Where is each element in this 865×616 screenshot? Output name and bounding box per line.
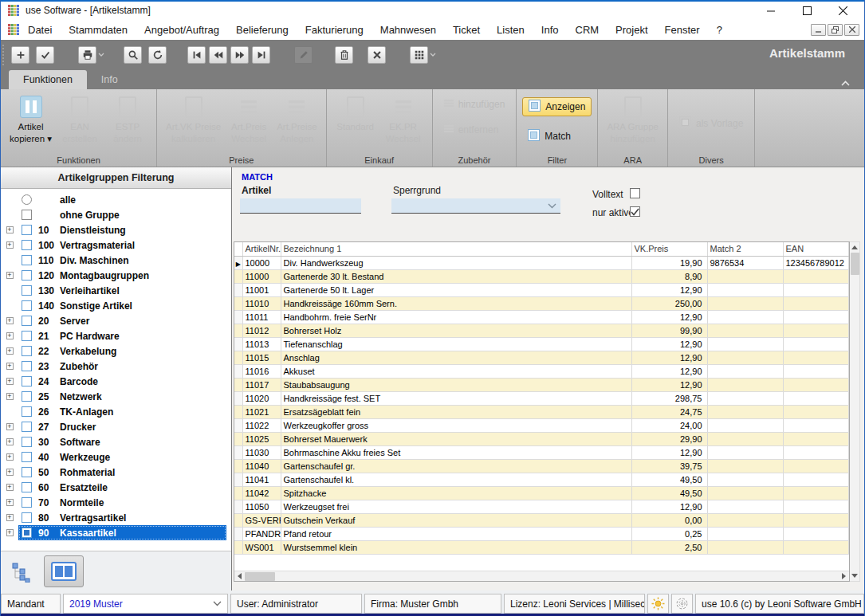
checkbox[interactable] xyxy=(22,331,32,341)
cell-ean[interactable] xyxy=(783,351,849,364)
table-row[interactable]: WS001Wurstsemmel klein2,50 xyxy=(234,540,849,554)
cell-ean[interactable] xyxy=(783,445,849,459)
cell-ean[interactable]: 123456789012 xyxy=(783,256,849,269)
cell-ean[interactable] xyxy=(783,337,849,351)
expand-icon[interactable]: + xyxy=(1,272,18,279)
cell-ean[interactable] xyxy=(783,364,849,378)
cell-ean[interactable] xyxy=(783,432,849,445)
checkbox[interactable] xyxy=(22,285,32,296)
expand-icon[interactable]: + xyxy=(1,241,18,249)
cell-match-2[interactable] xyxy=(707,310,783,324)
tree-item-40[interactable]: +40Werkzeuge xyxy=(1,449,231,465)
volltext-checkbox[interactable] xyxy=(630,188,640,198)
checkbox[interactable] xyxy=(22,346,32,356)
cell-ean[interactable] xyxy=(783,378,849,391)
cell-bezeichnung-1[interactable]: Handbohrm. freie SerNr xyxy=(281,310,631,324)
expand-icon[interactable]: + xyxy=(1,423,18,430)
confirm-button[interactable] xyxy=(36,46,54,64)
cell-vk-preis[interactable]: 49,50 xyxy=(631,486,707,500)
tree-item-22[interactable]: +22Verkabelung xyxy=(1,343,231,359)
cell-match-2[interactable] xyxy=(707,405,783,418)
cell-vk-preis[interactable]: 29,90 xyxy=(631,432,707,445)
cell-ean[interactable] xyxy=(783,405,849,418)
cell-ean[interactable] xyxy=(783,459,849,473)
cell-ean[interactable] xyxy=(783,418,849,432)
cell-artikelnr[interactable]: 11022 xyxy=(242,418,281,432)
cell-artikelnr[interactable]: 11001 xyxy=(242,283,281,296)
cell-bezeichnung-1[interactable]: Gutschein Verkauf xyxy=(281,513,631,527)
table-row[interactable]: 11040Gartenschaufel gr.39,75 xyxy=(234,459,849,473)
table-row[interactable]: 11022Werkzeugkoffer gross24,00 xyxy=(234,418,849,432)
mandant-combo[interactable]: 2019 Muster xyxy=(63,594,228,614)
cell-bezeichnung-1[interactable]: Werkzeugset frei xyxy=(281,500,631,513)
cell-ean[interactable] xyxy=(783,310,849,324)
cell-match-2[interactable] xyxy=(707,391,783,405)
checkbox[interactable] xyxy=(22,210,32,220)
expand-icon[interactable]: + xyxy=(1,514,18,521)
tree-item-20[interactable]: +20Server xyxy=(1,313,231,328)
cell-bezeichnung-1[interactable]: Gartenschaufel kl. xyxy=(281,473,631,486)
cell-ean[interactable] xyxy=(783,296,849,310)
checkbox[interactable] xyxy=(22,240,32,250)
menu-item-projekt[interactable]: Projekt xyxy=(615,24,647,36)
checkbox[interactable] xyxy=(22,512,32,523)
cell-vk-preis[interactable]: 2,50 xyxy=(631,540,707,554)
fingerprint-icon[interactable] xyxy=(671,594,693,614)
cell-vk-preis[interactable]: 19,90 xyxy=(631,256,707,269)
cell-artikelnr[interactable]: WS001 xyxy=(242,540,281,554)
cell-bezeichnung-1[interactable]: Akkuset xyxy=(281,364,631,378)
table-row[interactable]: 11016Akkuset12,90 xyxy=(234,364,849,378)
first-record-button[interactable] xyxy=(187,46,206,64)
cell-bezeichnung-1[interactable]: Werkzeugkoffer gross xyxy=(281,418,631,432)
cell-match-2[interactable] xyxy=(707,378,783,391)
checkbox[interactable] xyxy=(22,482,32,492)
checkbox[interactable] xyxy=(22,528,32,538)
checkbox[interactable] xyxy=(22,422,32,432)
cell-match-2[interactable] xyxy=(707,540,783,554)
tree-item-27[interactable]: +27Drucker xyxy=(1,419,231,434)
print-button[interactable] xyxy=(78,46,96,64)
mdi-restore-button[interactable] xyxy=(828,24,843,36)
next-record-button[interactable] xyxy=(230,46,249,64)
cell-match-2[interactable] xyxy=(707,486,783,500)
cell-match-2[interactable] xyxy=(707,445,783,459)
scroll-up-icon[interactable] xyxy=(850,242,860,253)
expand-icon[interactable]: + xyxy=(1,226,18,233)
grid-view-button-dropdown-icon[interactable] xyxy=(430,53,436,57)
cell-artikelnr[interactable]: GS-VERKAUF xyxy=(242,513,281,527)
cell-artikelnr[interactable]: 11040 xyxy=(242,459,281,473)
cell-vk-preis[interactable]: 8,90 xyxy=(631,269,707,283)
column-header-vk-preis[interactable]: VK.Preis xyxy=(631,242,707,256)
checkbox[interactable] xyxy=(22,376,32,386)
cell-vk-preis[interactable]: 49,50 xyxy=(631,473,707,486)
cell-vk-preis[interactable]: 0,25 xyxy=(631,527,707,540)
tree-item-25[interactable]: +25Netzwerk xyxy=(1,389,231,404)
cell-bezeichnung-1[interactable]: Bohrerset Mauerwerk xyxy=(281,432,631,445)
cell-ean[interactable] xyxy=(783,473,849,486)
cell-artikelnr[interactable]: 11030 xyxy=(242,445,281,459)
menu-item-angebot-auftrag[interactable]: Angebot/Auftrag xyxy=(144,24,219,36)
cell-match-2[interactable]: 9876534 xyxy=(707,256,783,269)
cell-match-2[interactable] xyxy=(707,337,783,351)
cell-match-2[interactable] xyxy=(707,432,783,445)
cell-vk-preis[interactable]: 250,00 xyxy=(631,296,707,310)
scroll-right-icon[interactable] xyxy=(839,571,849,582)
cell-artikelnr[interactable]: 11021 xyxy=(242,405,281,418)
cell-match-2[interactable] xyxy=(707,351,783,364)
close-button[interactable] xyxy=(825,2,861,18)
checkbox[interactable] xyxy=(22,255,32,265)
cell-bezeichnung-1[interactable]: Bohrerset Holz xyxy=(281,324,631,337)
tree-item-ohne-gruppe[interactable]: ohne Gruppe xyxy=(1,207,231,222)
cell-ean[interactable] xyxy=(783,391,849,405)
cancel-button[interactable] xyxy=(368,46,386,64)
expand-icon[interactable]: + xyxy=(1,469,18,476)
checkbox[interactable] xyxy=(22,300,32,311)
menu-item-item[interactable]: ? xyxy=(717,24,722,36)
minimize-button[interactable] xyxy=(753,2,789,18)
column-header-ean[interactable]: EAN xyxy=(783,242,849,256)
tree-item-130[interactable]: 130Verleihartikel xyxy=(1,283,231,298)
cell-ean[interactable] xyxy=(783,283,849,296)
menu-item-fakturierung[interactable]: Fakturierung xyxy=(305,24,364,36)
vertical-scrollbar[interactable] xyxy=(850,241,860,582)
cell-match-2[interactable] xyxy=(707,418,783,432)
